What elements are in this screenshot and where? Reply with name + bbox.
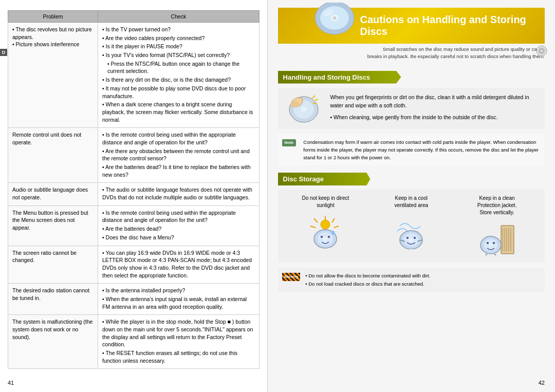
warning-item-2: • Do not load cracked discs or discs tha…: [305, 280, 430, 288]
ventilated-illustration: [392, 213, 431, 249]
check-list: You can play 16:9 wide DVDs in 16:9 WIDE…: [102, 249, 255, 279]
svg-point-27: [331, 231, 335, 235]
storage-label-1: Do not keep in directsunlight: [286, 195, 366, 209]
page-number-left: 41: [8, 380, 14, 386]
check-item: You can play 16:9 wide DVDs in 16:9 WIDE…: [102, 249, 255, 279]
svg-point-44: [487, 242, 489, 244]
table-row: Audio or subtitle language does not oper…: [8, 183, 260, 206]
subtitle-text: Small scratches on the disc may reduce s…: [278, 46, 545, 61]
note-text: Condensation may form if warm air comes …: [303, 138, 541, 162]
problem-text: Remote control unit does not operate.: [12, 132, 81, 145]
table-row: The system is malfunctioning (the system…: [8, 315, 260, 369]
check-cell: Is the antenna installed properly? When …: [98, 284, 260, 315]
svg-line-18: [334, 226, 339, 228]
svg-rect-35: [501, 226, 514, 254]
svg-line-17: [332, 218, 335, 222]
svg-line-14: [315, 99, 318, 100]
svg-point-3: [333, 16, 336, 20]
check-list: Is the TV power turned on? Are the video…: [102, 26, 255, 123]
handling-text: When you get fingerprints or dirt on the…: [330, 93, 540, 124]
table-row: The Menu button is pressed but the Menu …: [8, 206, 260, 246]
disc-storage-header: Disc Storage: [278, 173, 371, 185]
svg-line-47: [494, 254, 496, 255]
check-header: Check: [98, 11, 260, 23]
page-title: Cautions on Handling and Storing Discs: [360, 14, 526, 37]
check-cell: Is the remote control being used within …: [98, 128, 260, 183]
check-item: Are the batteries dead?: [102, 225, 255, 233]
check-item: The audio or subtitle language features …: [102, 186, 255, 201]
sunlight-illustration: [306, 213, 345, 249]
warning-text: • Do not allow the discs to become conta…: [305, 272, 430, 288]
storage-label-2: Keep in a coolventilated area: [371, 195, 451, 209]
page-number-right: 42: [539, 380, 545, 386]
check-item: While the player is in the stop mode, ho…: [102, 318, 255, 348]
check-item: When the antenna's input signal is weak,…: [102, 295, 255, 310]
problem-text: The system is malfunctioning (the system…: [12, 319, 92, 340]
check-item: Is your TV's video format (NTSC/PAL) set…: [102, 51, 255, 59]
svg-line-19: [314, 218, 318, 222]
problem-cell: • The disc revolves but no picture appea…: [8, 23, 98, 128]
storage-item-sunlight: Do not keep in directsunlight: [283, 195, 368, 250]
problem-text: Audio or subtitle language does not oper…: [12, 186, 88, 200]
problem-table: Problem Check • The disc revolves but no…: [8, 10, 260, 369]
svg-line-20: [310, 226, 316, 228]
check-item: Is it the player in PAUSE mode?: [102, 43, 255, 50]
check-item: Does the disc have a Menu?: [102, 234, 255, 241]
storage-item-cool: Keep in a coolventilated area: [368, 195, 454, 250]
warning-item-1: • Do not allow the discs to become conta…: [305, 272, 430, 280]
check-cell: While the player is in the stop mode, ho…: [98, 315, 260, 369]
check-cell: You can play 16:9 wide DVDs in 16:9 WIDE…: [98, 246, 260, 284]
svg-line-46: [486, 254, 487, 255]
note-badge: Note: [282, 139, 297, 147]
table-row: Remote control unit does not operate. Is…: [8, 128, 260, 183]
problem-text: The desired radio station cannot be tune…: [12, 287, 89, 301]
check-cell: Is the TV power turned on? Are the video…: [98, 23, 260, 128]
check-item: Is the remote control being used within …: [102, 209, 255, 224]
svg-point-21: [321, 220, 330, 229]
check-list: Is the remote control being used within …: [102, 131, 255, 178]
svg-line-13: [312, 96, 315, 98]
svg-point-25: [321, 236, 323, 238]
check-item: Press the NTSC/PAL button once again to …: [102, 60, 255, 75]
problem-cell: The system is malfunctioning (the system…: [8, 315, 98, 369]
warning-badge: Warning: [282, 273, 301, 281]
problem-header: Problem: [8, 11, 98, 23]
check-item: Is there any dirt on the disc, or is the…: [102, 76, 255, 84]
table-row: The screen ratio cannot be changed. You …: [8, 246, 260, 284]
storage-item-jacket: Keep in a cleanProtection jacket.Store v…: [454, 195, 540, 257]
check-item: Are there any obstacles between the remo…: [102, 147, 255, 162]
check-item: The RESET function erases all settings; …: [102, 349, 255, 364]
svg-point-32: [414, 237, 416, 239]
check-list: Is the antenna installed properly? When …: [102, 287, 255, 310]
handling-sub-text: • When cleaning, wipe gently from the in…: [330, 113, 540, 122]
problem-cell: Remote control unit does not operate.: [8, 128, 98, 183]
storage-label-3: Keep in a cleanProtection jacket.Store v…: [457, 195, 537, 216]
cleaning-illustration: [284, 93, 323, 124]
problem-cell: The desired radio station cannot be tune…: [8, 284, 98, 315]
table-row: • The disc revolves but no picture appea…: [8, 23, 260, 128]
svg-point-30: [409, 238, 414, 242]
problem-text: The screen ratio cannot be changed.: [12, 250, 77, 264]
check-item: Is the TV power turned on?: [102, 26, 255, 33]
check-item: Are the video cables properly connected?: [102, 34, 255, 42]
check-item: When a dark scene changes to a bright sc…: [102, 101, 255, 123]
check-list: While the player is in the stop mode, ho…: [102, 318, 255, 364]
svg-point-24: [323, 237, 328, 241]
problem-cell: Audio or subtitle language does not oper…: [8, 183, 98, 206]
check-list: Is the remote control being used within …: [102, 209, 255, 241]
check-list: The audio or subtitle language features …: [102, 186, 255, 201]
problem-cell: The Menu button is pressed but the Menu …: [8, 206, 98, 246]
svg-point-26: [328, 236, 330, 238]
table-row: The desired radio station cannot be tune…: [8, 284, 260, 315]
jacket-illustration: [478, 220, 516, 256]
check-cell: The audio or subtitle language features …: [98, 183, 260, 206]
problem-cell: The screen ratio cannot be changed.: [8, 246, 98, 284]
svg-point-7: [541, 50, 543, 52]
handling-main-text: When you get fingerprints or dirt on the…: [330, 93, 540, 110]
svg-point-10: [301, 107, 307, 112]
check-item: Is the antenna installed properly?: [102, 287, 255, 294]
disc-illustration: [309, 3, 358, 36]
check-item: Is the remote control being used within …: [102, 131, 255, 146]
svg-point-43: [489, 243, 493, 247]
problem-text: • The disc revolves but no picture appea…: [12, 26, 92, 47]
